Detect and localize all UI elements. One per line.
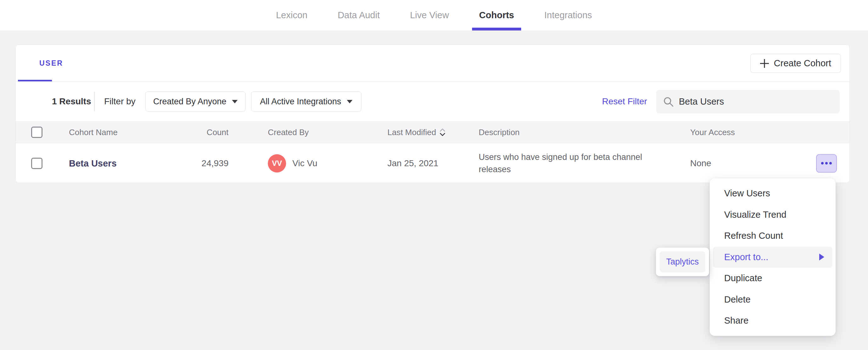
- column-header-your-access: Your Access: [690, 128, 735, 137]
- top-navigation: Lexicon Data Audit Live View Cohorts Int…: [275, 0, 593, 31]
- search-icon: [663, 97, 674, 107]
- export-submenu: Taplytics: [656, 248, 709, 276]
- submenu-item-taplytics[interactable]: Taplytics: [660, 251, 705, 272]
- ellipsis-icon: [821, 162, 824, 165]
- tab-label: Lexicon: [276, 10, 308, 21]
- column-header-cohort-name: Cohort Name: [69, 128, 118, 137]
- tab-live-view[interactable]: Live View: [409, 0, 451, 31]
- menu-item-visualize-trend[interactable]: Visualize Trend: [713, 204, 832, 225]
- create-cohort-label: Create Cohort: [774, 58, 831, 69]
- search-input[interactable]: [679, 97, 833, 107]
- tab-user[interactable]: USER: [39, 59, 63, 68]
- creator-name: Vic Vu: [292, 159, 317, 168]
- cohort-count: 24,939: [179, 159, 228, 168]
- filter-bar: 1 Results Filter by Created By Anyone Al…: [16, 82, 849, 121]
- created-by-cell: VV Vic Vu: [268, 154, 317, 173]
- filter-by-label: Filter by: [104, 97, 136, 106]
- column-header-count: Count: [179, 128, 228, 137]
- user-tab-underline: [18, 80, 52, 81]
- row-checkbox[interactable]: [31, 158, 42, 169]
- menu-item-export-to[interactable]: Export to...: [713, 247, 832, 268]
- chevron-down-icon: [232, 100, 238, 103]
- tab-label: Live View: [410, 10, 449, 21]
- divider: [94, 92, 95, 111]
- table-header: Cohort Name Count Created By Last Modifi…: [16, 121, 849, 143]
- chevron-down-icon: [347, 100, 352, 103]
- ellipsis-icon: [825, 162, 828, 165]
- cohort-name-link[interactable]: Beta Users: [69, 158, 117, 168]
- menu-item-share[interactable]: Share: [713, 310, 832, 331]
- plus-icon: [760, 59, 769, 68]
- search-box[interactable]: [656, 90, 840, 113]
- tab-label: Data Audit: [338, 10, 380, 21]
- your-access-value: None: [690, 159, 711, 168]
- tab-label: Cohorts: [479, 10, 514, 21]
- menu-item-view-users[interactable]: View Users: [713, 183, 832, 204]
- ellipsis-icon: [829, 162, 832, 165]
- panel-tab-row: USER Create Cohort: [16, 45, 849, 82]
- menu-item-refresh-count[interactable]: Refresh Count: [713, 225, 832, 247]
- menu-item-duplicate[interactable]: Duplicate: [713, 268, 832, 289]
- tab-integrations[interactable]: Integrations: [543, 0, 594, 31]
- tab-label: Integrations: [545, 10, 592, 21]
- reset-filter-link[interactable]: Reset Filter: [602, 97, 647, 106]
- created-by-dropdown[interactable]: Created By Anyone: [146, 92, 246, 111]
- column-header-label: Last Modified: [388, 128, 436, 137]
- last-modified-date: Jan 25, 2021: [388, 159, 438, 168]
- submenu-arrow-icon: [819, 253, 824, 260]
- avatar: VV: [268, 154, 286, 173]
- top-bar: Lexicon Data Audit Live View Cohorts Int…: [0, 0, 868, 31]
- active-tab-underline: [472, 28, 521, 31]
- create-cohort-button[interactable]: Create Cohort: [750, 54, 841, 73]
- dropdown-value: All Active Integrations: [260, 97, 341, 106]
- cohort-description: Users who have signed up for beta channe…: [479, 151, 668, 176]
- integrations-dropdown[interactable]: All Active Integrations: [251, 92, 361, 111]
- column-header-description: Description: [479, 128, 520, 137]
- tab-data-audit[interactable]: Data Audit: [336, 0, 381, 31]
- column-header-created-by: Created By: [268, 128, 309, 137]
- menu-item-label: Export to...: [724, 252, 768, 262]
- row-context-menu: View Users Visualize Trend Refresh Count…: [710, 178, 836, 336]
- sort-icon: [439, 128, 446, 137]
- select-all-checkbox[interactable]: [31, 127, 42, 138]
- tab-lexicon[interactable]: Lexicon: [275, 0, 309, 31]
- results-count: 1 Results: [52, 97, 91, 106]
- row-actions-button[interactable]: [816, 154, 837, 173]
- dropdown-value: Created By Anyone: [153, 97, 226, 106]
- menu-item-delete[interactable]: Delete: [713, 289, 832, 310]
- cohorts-panel: USER Create Cohort 1 Results Filter by C…: [16, 45, 850, 183]
- column-header-last-modified[interactable]: Last Modified: [388, 128, 446, 137]
- table-row: Beta Users 24,939 VV Vic Vu Jan 25, 2021…: [16, 143, 849, 183]
- tab-cohorts[interactable]: Cohorts: [478, 0, 515, 31]
